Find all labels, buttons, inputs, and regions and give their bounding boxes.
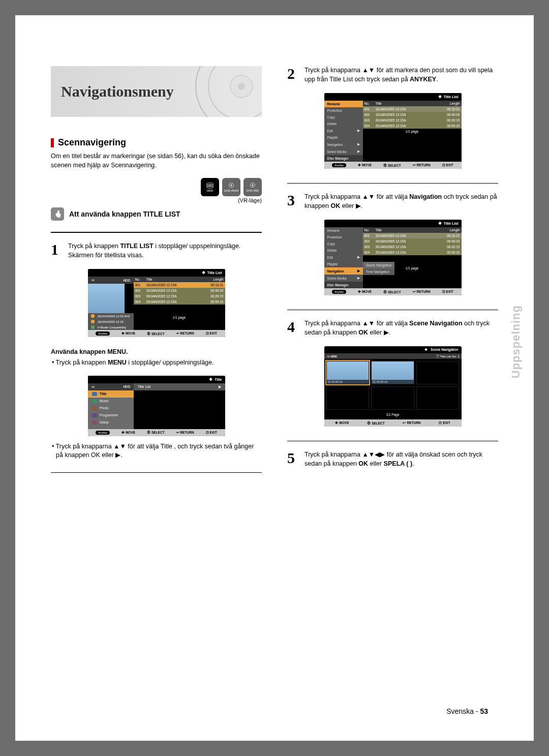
dvd-rw-badge-icon: DVD-RW	[243, 178, 262, 196]
svg-point-10	[252, 185, 254, 186]
step-3: 3 Tryck på knapparna ▲▼ för att välja Na…	[287, 193, 498, 210]
right-column: 2 Tryck på knapparna ▲▼ för att markera …	[274, 66, 498, 715]
menu-bullet: • Tryck på knappen MENU i stoppläge/ upp…	[51, 358, 262, 368]
manual-page: Navigationsmeny Scennavigering Om en tit…	[15, 15, 534, 741]
osd-context-navigation: ❖Title List Rename Protection Copy Delet…	[324, 220, 462, 295]
intro-text: Om en titel består av markeringar (se si…	[51, 152, 262, 170]
vr-mode-label: (VR-läge)	[51, 197, 262, 203]
step-1-text: Tryck på knappen TITLE LIST i stoppläge/…	[68, 242, 262, 260]
step-1: 1 Tryck på knappen TITLE LIST i stoppläg…	[51, 242, 262, 260]
title-nav-bullet: • Tryck på knapparna ▲▼ för att välja Ti…	[51, 442, 262, 460]
table-row: 00118/JAN/2005 12:15A00:10:21	[134, 282, 225, 288]
diamond-icon: ❖	[202, 270, 205, 275]
subtitle: Att använda knappen TITLE LIST	[69, 210, 180, 218]
osd-context-rename: ❖Title List Rename Protection Copy Delet…	[324, 93, 462, 169]
disc-art-icon	[180, 66, 262, 117]
banner-title: Navigationsmeny	[61, 83, 174, 100]
subtitle-row: Att använda knappen TITLE LIST	[51, 207, 262, 221]
red-bar-icon	[51, 138, 54, 147]
osd-main-menu: ❖Title 📼HDD Title Music Photo Programme …	[88, 376, 225, 436]
step-4: 4 Tryck på knapparna ▲▼ för att välja Sc…	[287, 319, 498, 337]
step-num-1: 1	[51, 242, 64, 260]
divider	[51, 472, 262, 473]
osd-title-list: ❖ Title List 📼HDD 18/JAN/2005 12:15 AV3 …	[88, 269, 225, 337]
svg-point-8	[231, 185, 232, 186]
hand-icon	[51, 207, 64, 221]
menu-use-heading: Använda knappen MENU.	[51, 348, 262, 355]
hdd-badge-icon: HDD	[201, 178, 219, 196]
banner: Navigationsmeny	[51, 66, 262, 117]
section-heading: Scennavigering	[51, 137, 262, 148]
osd-scene-navigation: ❖Scene Navigation 📼 HDD🎬 Title List No. …	[324, 346, 462, 427]
svg-point-6	[206, 186, 214, 189]
step-5: 5 Tryck på knapparna ▲▼◀▶ för att välja …	[287, 450, 498, 468]
side-tab: Uppspelning	[509, 305, 523, 378]
disc-icons-row: HDD DVD-RAM DVD-RW	[51, 178, 262, 196]
osd-footer: Anykey ✥MOVE ⦿SELECT ↩RETURN ⊡EXIT	[88, 330, 225, 337]
divider	[51, 232, 262, 233]
section-title: Scennavigering	[58, 137, 126, 148]
left-column: Navigationsmeny Scennavigering Om en tit…	[51, 66, 274, 715]
scene-thumb: 01 00:00:10	[326, 361, 370, 384]
svg-point-3	[238, 83, 245, 90]
svg-point-0	[196, 66, 262, 117]
step-2: 2 Tryck på knapparna ▲▼ för att markera …	[287, 66, 498, 84]
thumb-icon	[88, 284, 125, 313]
dvd-ram-badge-icon: DVD-RAM	[222, 178, 240, 196]
page-footer: Svenska - 53	[446, 707, 488, 715]
